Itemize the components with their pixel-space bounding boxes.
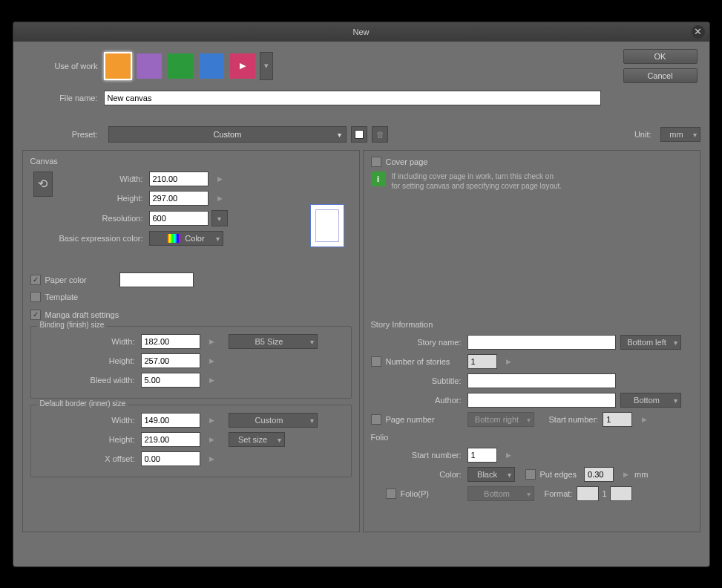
paper-color-swatch[interactable]	[119, 272, 194, 287]
content: Use of work ▶ ▾ File name: Preset: Custo…	[13, 42, 709, 540]
put-edges-checkbox[interactable]	[525, 469, 536, 480]
canvas-width-input[interactable]	[149, 172, 209, 186]
inner-preset-dropdown[interactable]: Custom	[229, 413, 318, 428]
bleed-width-input[interactable]	[141, 373, 200, 388]
inner-width-input[interactable]	[141, 413, 200, 428]
folio-start-stepper[interactable]: ▶	[505, 448, 513, 463]
start-number-stepper[interactable]: ▶	[640, 412, 649, 427]
rotate-canvas-button[interactable]: ⟲	[33, 172, 53, 197]
cover-page-hint: If including cover page in work, turn th…	[392, 172, 562, 191]
manga-draft-checkbox[interactable]	[30, 310, 41, 320]
inner-xoffset-input[interactable]	[141, 451, 200, 466]
rainbow-icon	[167, 234, 180, 243]
preset-label: Preset:	[22, 130, 104, 139]
num-stories-label: Number of stories	[386, 357, 467, 366]
use-icon-animation[interactable]: ▶	[229, 52, 257, 80]
inner-title: Default border (inner) size	[37, 399, 129, 408]
left-panel: Canvas ⟲ Width: ▶ Height: ▶ Resolution: …	[22, 150, 360, 532]
template-label: Template	[45, 293, 79, 301]
titlebar: New ✕	[13, 22, 709, 42]
cover-page-label: Cover page	[386, 157, 428, 166]
start-number-input[interactable]	[603, 412, 632, 427]
ok-button[interactable]: OK	[623, 49, 698, 64]
use-icon-printing[interactable]	[197, 52, 226, 80]
new-dialog: New ✕ OK Cancel Use of work ▶ ▾ File nam…	[13, 22, 710, 567]
folio-color-dropdown[interactable]: Black	[467, 467, 515, 482]
paper-color-checkbox[interactable]	[30, 275, 41, 285]
preset-save-button[interactable]	[351, 126, 367, 143]
inner-width-stepper[interactable]: ▶	[208, 413, 217, 428]
chevron-down-icon	[338, 130, 341, 139]
use-icon-illustration[interactable]	[104, 52, 132, 80]
set-size-dropdown[interactable]: Set size	[229, 432, 285, 447]
format-suffix-input[interactable]	[610, 486, 632, 501]
binding-fieldset: Binding (finish) size Width: ▶ B5 Size H…	[30, 326, 352, 399]
use-icon-comic[interactable]	[135, 52, 163, 80]
page-number-pos-dropdown[interactable]: Bottom right	[467, 412, 534, 427]
num-stories-stepper[interactable]: ▶	[505, 354, 513, 369]
folio-start-input[interactable]	[467, 448, 497, 463]
story-name-pos-dropdown[interactable]: Bottom left	[620, 335, 681, 350]
paper-color-label: Paper color	[45, 275, 119, 284]
inner-height-stepper[interactable]: ▶	[208, 432, 217, 447]
author-input[interactable]	[467, 393, 616, 408]
start-number-label: Start number:	[549, 415, 599, 424]
canvas-width-stepper[interactable]: ▶	[216, 172, 225, 186]
close-button[interactable]: ✕	[692, 25, 705, 39]
preset-delete-button[interactable]: 🗑	[372, 126, 388, 143]
cover-page-checkbox[interactable]	[371, 157, 381, 167]
canvas-resolution-dropdown[interactable]	[211, 210, 228, 226]
edges-input[interactable]	[584, 467, 614, 482]
use-icon-dropdown[interactable]: ▾	[260, 52, 273, 80]
expression-color-dropdown[interactable]: Color	[149, 231, 223, 246]
file-name-input[interactable]	[104, 91, 601, 105]
binding-width-input[interactable]	[141, 334, 200, 349]
folio-title: Folio	[371, 433, 692, 442]
binding-size-dropdown[interactable]: B5 Size	[229, 334, 318, 349]
manga-draft-label: Manga draft settings	[45, 310, 119, 319]
folio-p-label: Folio(P)	[401, 489, 467, 498]
canvas-title: Canvas	[30, 157, 352, 166]
author-pos-dropdown[interactable]: Bottom	[620, 393, 681, 408]
use-of-work-icons: ▶ ▾	[104, 52, 273, 80]
page-number-label: Page number	[386, 415, 467, 424]
inner-fieldset: Default border (inner) size Width: ▶ Cus…	[30, 405, 352, 477]
binding-height-input[interactable]	[141, 353, 200, 368]
edges-stepper[interactable]: ▶	[621, 467, 630, 482]
canvas-resolution-input[interactable]	[149, 211, 209, 226]
bleed-width-stepper[interactable]: ▶	[208, 373, 217, 388]
cancel-button[interactable]: Cancel	[623, 68, 698, 83]
info-icon: i	[371, 172, 386, 186]
story-info-title: Story Information	[371, 320, 692, 329]
use-icon-book[interactable]	[166, 52, 194, 80]
inner-height-input[interactable]	[141, 432, 200, 447]
expression-color-label: Basic expression color:	[30, 234, 149, 243]
inner-xoffset-stepper[interactable]: ▶	[208, 451, 217, 466]
format-label: Format:	[545, 489, 573, 498]
binding-height-stepper[interactable]: ▶	[208, 353, 217, 368]
num-stories-checkbox[interactable]	[371, 356, 381, 367]
put-edges-label: Put edges	[540, 470, 577, 479]
num-stories-input[interactable]	[467, 354, 497, 369]
folio-pos-dropdown[interactable]: Bottom	[467, 486, 534, 501]
subtitle-input[interactable]	[467, 373, 616, 388]
unit-dropdown[interactable]: mm	[660, 127, 700, 142]
canvas-height-stepper[interactable]: ▶	[216, 191, 225, 206]
template-checkbox[interactable]	[30, 292, 41, 302]
page-number-checkbox[interactable]	[371, 414, 381, 425]
canvas-resolution-label: Resolution:	[30, 214, 149, 223]
format-prefix-input[interactable]	[577, 486, 599, 501]
binding-title: Binding (finish) size	[37, 321, 108, 329]
dialog-buttons: OK Cancel	[623, 49, 698, 83]
use-of-work-label: Use of work	[22, 62, 104, 71]
story-name-input[interactable]	[467, 335, 616, 350]
binding-width-stepper[interactable]: ▶	[208, 334, 217, 349]
file-name-label: File name:	[22, 94, 104, 102]
folio-p-checkbox[interactable]	[386, 489, 396, 499]
preset-dropdown[interactable]: Custom	[108, 126, 347, 143]
canvas-height-input[interactable]	[149, 191, 209, 206]
unit-label: Unit:	[634, 130, 652, 139]
dialog-title: New	[352, 27, 369, 36]
right-panel: Cover page i If including cover page in …	[363, 150, 700, 532]
